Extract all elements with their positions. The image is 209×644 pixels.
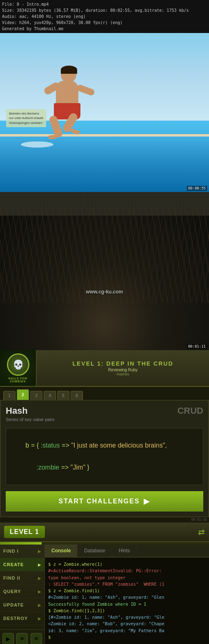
right-content: Console Database Hints $ z = Zombie.wher… [45,545,209,644]
navigation-arrows-icon[interactable]: ⇄ [198,527,205,537]
sidebar-item-find2-label: FIND II [3,576,20,580]
sidebar-bottom-icons: ▶ 👁 👁 [0,629,44,644]
skull-icon: 💀 [13,359,24,370]
rfz-level-subtitle: Reviewing Ruby [108,368,138,372]
rfz-title-area: LEVEL 1: DEEP IN THE CRUD Reviewing Ruby… [37,350,209,386]
rfz-section: 💀 RAILS FORZOMBIES LEVEL 1: DEEP IN THE … [0,350,209,523]
start-challenges-label: START CHALLENGES [59,498,140,505]
console-line-11: $ [48,634,206,640]
start-arrow-icon: ▶ [144,497,150,506]
sidebar-item-destroy-label: DESTROY [3,616,28,621]
rfz-timestamp: 00:01:48 [0,517,209,523]
sidebar-item-update[interactable]: UPDATE ▶ [0,598,44,612]
rfz-content: Hash Series of key value pairs CRUD b = … [0,400,209,517]
pool-image: Betreten des Beckens nur unter Aufsicht … [0,33,209,192]
sidebar-arrow-find1: ▶ [38,549,41,554]
file-line-2: Size: 38342195 bytes (36.57 MiB), durati… [2,7,207,13]
crowd-image: www.cg-ku.com 00:01:11 [0,192,209,350]
step-tab-3[interactable]: 3 [30,391,42,400]
step-tab-2[interactable]: 2 [17,389,29,400]
console-line-3: : SELECT "zombies".* FROM "zombies" WHER… [48,581,206,587]
bottom-level-header: LEVEL 1 ⇄ [0,523,209,542]
sidebar-arrow-create: ▶ [38,562,41,567]
sidebar-item-create-label: CREATE [3,562,24,567]
sidebar-item-update-label: UPDATE [3,602,24,607]
tab-hints[interactable]: Hints [112,545,137,557]
tab-console[interactable]: Console [45,545,78,557]
jumper-figure [31,64,113,138]
sidebar-arrow-destroy: ▶ [38,616,41,621]
step-tab-4[interactable]: 4 [44,391,56,400]
rfz-level-label: LEVEL 1: DEEP IN THE CRUD [72,360,173,367]
bottom-section: LEVEL 1 ⇄ FIND I ▶ CREATE ▶ FIND II ▶ QU… [0,523,209,644]
console-line-6: Successfully found Zombie where ID = 1 [48,601,206,607]
rfz-logo: 💀 RAILS FORZOMBIES [0,350,37,386]
sidebar-item-find1[interactable]: FIND I ▶ [0,545,44,558]
console-line-9: <Zombie id: 2, name: "Bob", graveyard: "… [48,620,206,627]
file-line-5: Generated by Thumbnail.me [2,26,207,32]
file-line-4: Video: h264, yuv420p, 960x720, 30.00 fps… [2,20,207,26]
code-val-status: "I just ate some delicious brains" [71,442,165,449]
timestamp-pool: 00:00:55 [187,186,207,191]
sidebar: FIND I ▶ CREATE ▶ FIND II ▶ QUERY ▶ UPDA… [0,545,45,644]
bottom-level-badge: LEVEL 1 [4,526,45,538]
sidebar-arrow-update: ▶ [38,603,41,607]
file-info-bar: File: 0 - Intro.mp4 Size: 38342195 bytes… [0,0,209,33]
timestamp-crowd: 00:01:11 [187,344,207,349]
file-line-1: File: 0 - Intro.mp4 [2,1,207,7]
sidebar-item-create[interactable]: CREATE ▶ [0,558,44,571]
sidebar-arrow-query: ▶ [38,589,41,594]
tab-bar: Console Database Hints [45,545,209,558]
console-line-1: #<ActiveRecord::StatementInvalid: PG::Er… [48,567,206,574]
rfz-logo-text: RAILS FORZOMBIES [9,377,28,383]
code-key-status: :status [40,442,60,449]
video-section-1: Betreten des Beckens nur unter Aufsicht … [0,33,209,350]
main-layout: FIND I ▶ CREATE ▶ FIND II ▶ QUERY ▶ UPDA… [0,545,209,644]
console-output: $ z = Zombie.where(1) #<ActiveRecord::St… [45,558,209,644]
code-val-zombie: "Jim" [71,464,85,471]
code-key-zombie: :zombie [36,464,59,471]
eye-icon-btn[interactable]: 👁 [16,633,28,644]
settings-icon-btn[interactable]: 👁 [31,633,42,644]
step-tab-5[interactable]: 5 [57,391,69,400]
rfz-steps: 1 2 3 4 5 6 [0,387,209,400]
code-line-1: b = { :status => "I just ate some delici… [11,434,198,457]
sidebar-item-find1-label: FIND I [3,549,19,554]
sidebar-arrow-find2: ▶ [38,576,41,580]
sidebar-item-find2[interactable]: FIND II ▶ [0,571,44,585]
sidebar-item-destroy[interactable]: DESTROY ▶ [0,612,44,625]
rfz-logo-circle: 💀 [7,353,29,376]
console-line-8: [#<Zombie id: 1, name: "Ash", graveyard:… [48,614,206,620]
console-line-2: type boolean, not type integer [48,574,206,581]
console-line-7: $ Zombie.find([1,2,3]) [48,607,206,614]
rfz-header: 💀 RAILS FORZOMBIES LEVEL 1: DEEP IN THE … [0,350,209,387]
console-line-0: $ z = Zombie.where(1) [48,561,206,567]
console-line-4: $ z = Zombie.find(1) [48,587,206,594]
sidebar-item-query-label: QUERY [3,589,21,594]
step-tab-1[interactable]: 1 [3,391,16,400]
rfz-content-header: Hash Series of key value pairs CRUD [6,406,203,422]
start-challenges-button[interactable]: START CHALLENGES ▶ [6,491,203,512]
watermark: www.cg-ku.com [86,289,123,295]
step-tab-6[interactable]: 6 [71,391,83,400]
play-icon-btn[interactable]: ▶ [2,633,14,644]
console-line-5: #<Zombie id: 1, name: "Ash", graveyard: … [48,594,206,600]
rfz-content-subtitle: Series of key value pairs [6,417,55,422]
tab-database[interactable]: Database [78,545,112,557]
console-line-10: id: 3, name: "Jim", graveyard: "My Fathe… [48,627,206,634]
code-line-2: :zombie => "Jim" } [11,457,198,479]
crud-badge: CRUD [177,406,203,416]
file-line-3: Audio: aac, 44100 Hz, stereo (eng) [2,13,207,20]
code-block: b = { :status => "I just ate some delici… [6,428,203,485]
rfz-content-title: Hash [6,406,55,416]
rfz-content-title-group: Hash Series of key value pairs [6,406,55,422]
rfz-level-sub2: Hashes [117,372,129,376]
sidebar-item-query[interactable]: QUERY ▶ [0,585,44,598]
